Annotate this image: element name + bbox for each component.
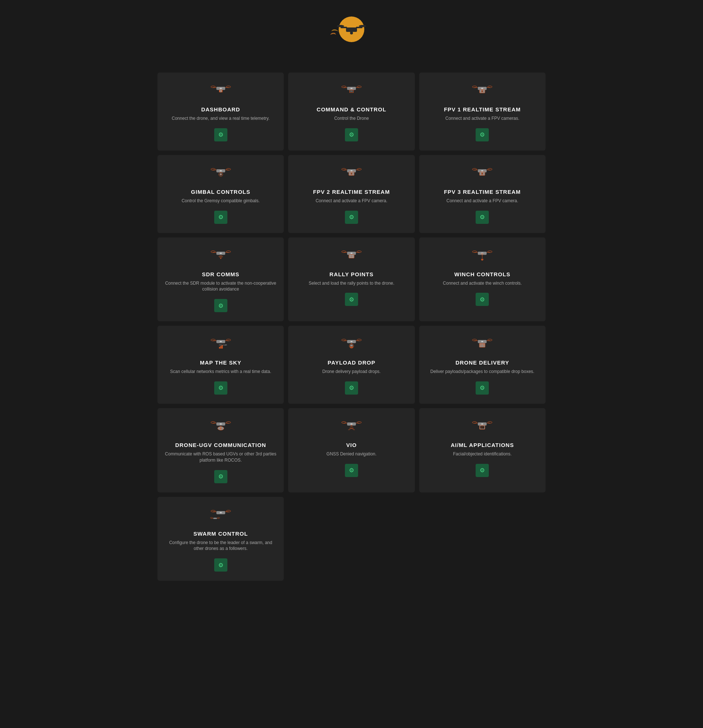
swarm-description: Configure the drone to be the leader of … (165, 540, 277, 552)
card-fpv1[interactable]: FPV 1 REALTIME STREAMConnect and activat… (419, 72, 546, 150)
aiml-launch-button[interactable]: ⚙ (475, 464, 489, 477)
svg-point-60 (351, 173, 352, 174)
gimbal-icon (210, 166, 232, 184)
svg-point-56 (351, 170, 353, 172)
svg-point-149 (351, 425, 352, 426)
card-gimbal[interactable]: GIMBAL CONTROLSControl the Gremsy compat… (157, 155, 284, 233)
winch-description: Connect and activate the winch controls. (443, 280, 522, 286)
drone-ugv-launch-button[interactable]: ⚙ (214, 470, 228, 483)
svg-point-148 (351, 423, 353, 425)
card-fpv3[interactable]: FPV 3 REALTIME STREAMConnect and activat… (419, 155, 546, 233)
svg-rect-107 (220, 346, 221, 348)
drone-delivery-description: Deliver payloads/packages to compatible … (430, 368, 534, 375)
swarm-icon (210, 508, 232, 526)
rally-points-launch-button[interactable]: ⚙ (345, 293, 358, 306)
gimbal-description: Control the Gremsy compatible gimbals. (182, 198, 259, 204)
map-sky-icon: CELLULAR (210, 337, 232, 355)
gear-icon: ⚙ (218, 214, 223, 221)
svg-point-67 (482, 170, 484, 172)
svg-point-5 (359, 25, 366, 27)
drone-delivery-launch-button[interactable]: ⚙ (475, 381, 489, 394)
map-sky-title: MAP THE SKY (200, 360, 241, 365)
card-rally-points[interactable]: RALLY POINTSSelect and load the rally po… (288, 237, 415, 322)
gear-icon: ⚙ (349, 467, 354, 474)
drone-ugv-title: DRONE-UGV COMMUNICATION (175, 442, 266, 448)
card-drone-delivery[interactable]: DRONE DELIVERYDeliver payloads/packages … (419, 326, 546, 404)
card-fpv2[interactable]: FPV 2 REALTIME STREAMConnect and activat… (288, 155, 415, 233)
vio-title: VIO (346, 442, 357, 448)
vio-description: GNSS Denied navigation. (327, 451, 377, 457)
gear-icon: ⚙ (480, 467, 485, 474)
card-swarm[interactable]: SWARM CONTROLConfigure the drone to be t… (157, 497, 284, 581)
winch-icon (471, 248, 493, 267)
svg-point-23 (351, 88, 353, 89)
svg-rect-25 (350, 90, 353, 92)
svg-point-38 (482, 91, 483, 91)
gear-icon: ⚙ (480, 384, 485, 391)
command-control-description: Control the Drone (334, 116, 369, 121)
winch-launch-button[interactable]: ⚙ (475, 293, 489, 306)
map-sky-launch-button[interactable]: ⚙ (214, 381, 228, 394)
gear-icon: ⚙ (480, 131, 485, 138)
dashboard-title: DASHBOARD (201, 106, 240, 113)
fpv2-description: Connect and activate a FPV camera. (315, 198, 388, 204)
svg-rect-127 (480, 343, 485, 347)
gear-icon: ⚙ (480, 296, 485, 303)
vio-launch-button[interactable]: ⚙ (345, 464, 358, 477)
rally-points-title: RALLY POINTS (330, 271, 373, 277)
fpv1-description: Connect and activate a FPV cameras. (445, 116, 519, 121)
card-vio[interactable]: VIOGNSS Denied navigation.⚙ (288, 408, 415, 493)
fpv2-title: FPV 2 REALTIME STREAM (313, 189, 390, 195)
fpv3-description: Connect and activate a FPV camera. (446, 198, 518, 204)
card-command-control[interactable]: COMMAND & CONTROLControl the Drone⚙ (288, 72, 415, 150)
svg-rect-106 (219, 347, 220, 349)
card-dashboard[interactable]: DASHBOARDConnect the drone, and view a r… (157, 72, 284, 150)
svg-point-98 (481, 253, 483, 255)
svg-point-78 (220, 253, 222, 254)
dashboard-icon (210, 84, 232, 102)
svg-point-138 (220, 423, 222, 425)
gimbal-title: GIMBAL CONTROLS (191, 189, 251, 195)
svg-point-156 (482, 423, 484, 425)
fpv3-launch-button[interactable]: ⚙ (475, 211, 489, 224)
swarm-title: SWARM CONTROL (193, 530, 248, 537)
sdr-comms-launch-button[interactable]: ⚙ (214, 299, 228, 312)
card-aiml[interactable]: AI/ML APPLICATIONSFacial/objected identi… (419, 408, 546, 493)
sdr-comms-icon (210, 248, 232, 267)
command-control-launch-button[interactable]: ⚙ (345, 128, 358, 142)
drone-ugv-description: Communicate with ROS based UGVs or other… (165, 451, 277, 464)
gear-icon: ⚙ (218, 131, 223, 138)
gimbal-launch-button[interactable]: ⚙ (214, 211, 228, 224)
drone-ugv-icon (210, 419, 232, 438)
gear-icon: ⚙ (218, 473, 223, 480)
card-drone-ugv[interactable]: DRONE-UGV COMMUNICATIONCommunicate with … (157, 408, 284, 493)
command-control-title: COMMAND & CONTROL (317, 106, 386, 113)
swarm-launch-button[interactable]: ⚙ (214, 558, 228, 572)
sdr-comms-title: SDR COMMS (202, 271, 239, 277)
fpv1-title: FPV 1 REALTIME STREAM (444, 106, 521, 113)
logo (330, 14, 373, 47)
payload-drop-launch-button[interactable]: ⚙ (345, 381, 358, 394)
svg-point-116 (351, 341, 353, 342)
card-winch[interactable]: WINCH CONTROLSConnect and activate the w… (419, 237, 546, 322)
aiml-icon (471, 419, 493, 438)
gear-icon: ⚙ (349, 384, 354, 391)
gear-icon: ⚙ (480, 214, 485, 221)
svg-point-86 (351, 253, 353, 254)
drone-delivery-title: DRONE DELIVERY (455, 360, 509, 365)
fpv2-icon (340, 166, 363, 184)
fpv2-launch-button[interactable]: ⚙ (345, 211, 358, 224)
vio-icon (340, 419, 363, 438)
rally-points-icon (340, 248, 363, 267)
gear-icon: ⚙ (218, 302, 223, 309)
payload-drop-title: PAYLOAD DROP (328, 360, 375, 365)
fpv1-launch-button[interactable]: ⚙ (475, 128, 489, 142)
sdr-comms-description: Connect the SDR module to activate the n… (165, 280, 277, 293)
card-map-sky[interactable]: CELLULAR MAP THE SKYScan cellular networ… (157, 326, 284, 404)
aiml-description: Facial/objected identifications. (453, 451, 511, 457)
card-payload-drop[interactable]: PAYLOAD DROPDrone delivery payload drops… (288, 326, 415, 404)
dashboard-launch-button[interactable]: ⚙ (214, 128, 228, 142)
card-sdr-comms[interactable]: SDR COMMSConnect the SDR module to activ… (157, 237, 284, 322)
svg-text:CELLULAR: CELLULAR (219, 344, 227, 346)
svg-point-140 (220, 428, 222, 429)
